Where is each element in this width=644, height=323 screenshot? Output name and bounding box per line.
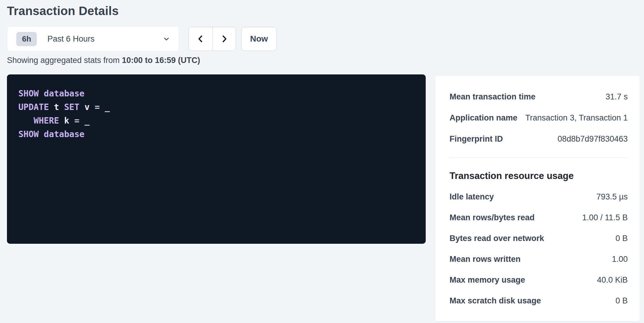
page-title: Transaction Details [7,4,119,18]
chevron-down-icon [163,35,170,43]
now-button[interactable]: Now [241,27,277,51]
stat-value: Transaction 3, Transaction 1 [525,113,628,123]
stat-label: Fingerprint ID [450,134,503,144]
stat-row: Fingerprint ID08d8b7d97f830463 [450,128,628,149]
stat-value: 08d8b7d97f830463 [557,134,628,144]
stat-row: Mean transaction time31.7 s [450,86,628,107]
time-range-label: Past 6 Hours [47,34,163,44]
transaction-details-page: Transaction Details 6h Past 6 Hours Now [0,0,644,323]
sql-line: WHERE k = _ [18,114,417,127]
time-nav-group [188,27,236,51]
transaction-summary-panel: Mean transaction time31.7 sApplication n… [435,75,640,321]
time-controls: 6h Past 6 Hours Now [7,26,277,52]
time-range-picker[interactable]: 6h Past 6 Hours [7,26,179,52]
panel-divider [450,158,628,158]
sql-line: SHOW database [18,127,417,141]
caption-time-range: 10:00 to 16:59 (UTC) [122,56,200,65]
stat-value: 1.00 / 11.5 B [582,213,628,222]
stat-label: Max memory usage [450,275,525,285]
previous-time-button[interactable] [189,27,212,51]
stat-label: Bytes read over network [450,234,544,243]
stat-label: Application name [450,113,517,123]
stat-row: Mean rows/bytes read1.00 / 11.5 B [450,207,628,228]
caption-prefix: Showing aggregated stats from [7,56,122,65]
resource-usage-heading: Transaction resource usage [450,169,628,183]
stat-value: 793.5 µs [596,192,628,202]
stat-row: Mean rows written1.00 [450,249,628,270]
stat-row: Max memory usage40.0 KiB [450,270,628,290]
stat-value: 1.00 [612,255,628,264]
stat-value: 0 B [615,234,628,243]
sql-line: UPDATE t SET v = _ [18,100,417,114]
aggregated-stats-caption: Showing aggregated stats from 10:00 to 1… [7,55,200,65]
stat-value: 31.7 s [605,92,628,102]
stat-value: 40.0 KiB [597,275,628,285]
stat-row: Max scratch disk usage0 B [450,290,628,311]
stat-row: Application nameTransaction 3, Transacti… [450,107,628,128]
chevron-right-icon [220,34,229,43]
stat-label: Idle latency [450,192,494,202]
stat-label: Mean rows/bytes read [450,213,535,222]
stat-row: Idle latency793.5 µs [450,187,628,207]
resource-usage-rows: Idle latency793.5 µsMean rows/bytes read… [450,187,628,311]
sql-line: SHOW database [18,87,417,100]
stat-label: Mean rows written [450,255,521,264]
summary-top-rows: Mean transaction time31.7 sApplication n… [450,86,628,149]
next-time-button[interactable] [212,27,236,51]
stat-row: Bytes read over network0 B [450,228,628,249]
stat-label: Max scratch disk usage [450,296,541,306]
stat-value: 0 B [615,296,628,306]
stat-label: Mean transaction time [450,92,535,102]
sql-statement-box: SHOW databaseUPDATE t SET v = _ WHERE k … [7,74,426,244]
time-range-badge: 6h [16,32,37,46]
chevron-left-icon [196,34,205,43]
